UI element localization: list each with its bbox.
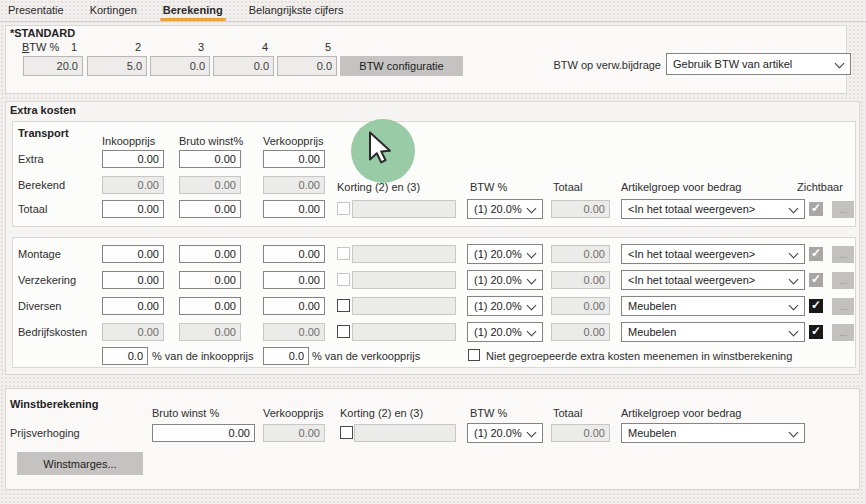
korting-checkbox[interactable] — [337, 299, 350, 312]
row-label: Prijsverhoging — [10, 427, 80, 439]
bruto-winst-input[interactable] — [179, 245, 241, 263]
bruto-winst-header: Bruto winst % — [152, 407, 219, 419]
verkoopprijs-input — [263, 323, 325, 341]
totaal-header: Totaal — [553, 407, 582, 419]
bruto-winst-header: Bruto winst% — [179, 135, 243, 147]
artikelgroep-select[interactable]: Meubelen — [621, 423, 805, 443]
chevron-down-icon — [527, 275, 537, 285]
zichtbaar-checkbox[interactable] — [809, 325, 823, 339]
btw-header: BTW % — [470, 407, 507, 419]
korting-input — [354, 424, 456, 442]
artikelgroep-select[interactable]: <In het totaal weergeven> — [621, 270, 805, 290]
chevron-down-icon — [527, 204, 537, 214]
verkoopprijs-header: Verkoopprijs — [263, 407, 324, 419]
zichtbaar-checkbox — [809, 202, 823, 216]
totaal-input — [551, 200, 610, 218]
btw-configuratie-button[interactable]: BTW configuratie — [340, 56, 463, 76]
totaal-input — [551, 297, 610, 315]
bruto-winst-input[interactable] — [179, 271, 241, 289]
btw-rate-4-input — [213, 56, 274, 76]
btw-select[interactable]: (1) 20.0% — [467, 322, 543, 342]
btw-select[interactable]: (1) 20.0% — [467, 423, 543, 443]
row-label: Diversen — [18, 300, 61, 312]
btw-select[interactable]: (1) 20.0% — [467, 296, 543, 316]
percentage-row: % van de inkoopprijs % van de verkooppri… — [0, 347, 866, 367]
more-button[interactable]: ... — [832, 246, 854, 263]
inkoopprijs-input[interactable] — [102, 245, 164, 263]
btw-rate-2-input — [87, 56, 147, 76]
tab-kortingen[interactable]: Kortingen — [90, 0, 137, 22]
pct-inkoopprijs-input[interactable] — [102, 347, 148, 365]
btw-col-number-1: 1 — [23, 41, 83, 53]
tab-belangrijkste-cijfers[interactable]: Belangrijkste cijfers — [249, 0, 344, 22]
verkoopprijs-header: Verkoopprijs — [263, 135, 324, 147]
niet-gegroepeerd-checkbox[interactable] — [468, 349, 480, 361]
inkoopprijs-input[interactable] — [102, 297, 164, 315]
winstmarges-button[interactable]: Winstmarges... — [17, 452, 143, 475]
totaal-input — [551, 323, 610, 341]
chevron-down-icon — [527, 301, 537, 311]
zichtbaar-header: Zichtbaar — [797, 181, 843, 193]
more-button[interactable]: ... — [832, 298, 854, 315]
cost-row-diversen: Diversen (1) 20.0% Meubelen ... — [0, 297, 866, 317]
chevron-down-icon — [789, 275, 799, 285]
verkoopprijs-input[interactable] — [263, 245, 325, 263]
transport-title: Transport — [18, 127, 69, 139]
pct-verkoopprijs-input[interactable] — [263, 347, 309, 365]
bruto-winst-input — [179, 323, 241, 341]
standard-section-title: *STANDARD — [10, 27, 75, 39]
btw-select[interactable]: (1) 20.0% — [467, 244, 543, 264]
korting-header: Korting (2) en (3) — [340, 407, 423, 419]
inkoopprijs-header: Inkoopprijs — [102, 135, 155, 147]
korting-input — [352, 200, 456, 218]
verkoopprijs-input — [263, 176, 325, 194]
btw-verw-bijdrage-select[interactable]: Gebruik BTW van artikel — [666, 53, 851, 75]
btw-col-number-5: 5 — [277, 41, 337, 53]
artikelgroep-select[interactable]: <In het totaal weergeven> — [621, 244, 805, 264]
artikelgroep-select[interactable]: <In het totaal weergeven> — [621, 199, 805, 219]
btw-verw-bijdrage-label: BTW op verw.bijdrage — [548, 59, 661, 71]
cursor-highlight-circle — [351, 119, 415, 183]
korting-checkbox[interactable] — [337, 325, 350, 338]
inkoopprijs-input — [102, 323, 164, 341]
inkoopprijs-input — [102, 176, 164, 194]
artikelgroep-select[interactable]: Meubelen — [621, 296, 805, 316]
korting-input — [352, 245, 456, 263]
tab-berekening[interactable]: Berekening — [163, 0, 223, 22]
inkoopprijs-input[interactable] — [102, 271, 164, 289]
btw-select[interactable]: (1) 20.0% — [467, 270, 543, 290]
verkoopprijs-input[interactable] — [263, 200, 325, 218]
chevron-down-icon — [789, 428, 799, 438]
inkoopprijs-input[interactable] — [102, 200, 164, 218]
verkoopprijs-input[interactable] — [263, 297, 325, 315]
inkoopprijs-input[interactable] — [102, 150, 164, 168]
verkoopprijs-input — [263, 424, 325, 442]
bruto-winst-input[interactable] — [179, 200, 241, 218]
verkoopprijs-input[interactable] — [263, 271, 325, 289]
artikelgroep-header: Artikelgroep voor bedrag — [621, 407, 741, 419]
bruto-winst-input[interactable] — [179, 150, 241, 168]
chevron-down-icon — [789, 204, 799, 214]
zichtbaar-checkbox[interactable] — [809, 299, 823, 313]
btw-select[interactable]: (1) 20.0% — [467, 199, 543, 219]
more-button[interactable]: ... — [832, 324, 854, 341]
pct-verkoopprijs-label: % van de verkoopprijs — [312, 350, 420, 362]
more-button[interactable]: ... — [832, 201, 854, 218]
niet-gegroepeerd-label: Niet gegroepeerde extra kosten meenemen … — [486, 350, 792, 362]
totaal-input — [551, 245, 610, 263]
korting-checkbox[interactable] — [340, 426, 353, 439]
bruto-winst-input[interactable] — [152, 424, 255, 442]
chevron-down-icon — [527, 428, 537, 438]
verkoopprijs-input[interactable] — [263, 150, 325, 168]
btw-col-number-2: 2 — [87, 41, 147, 53]
artikelgroep-select[interactable]: Meubelen — [621, 322, 805, 342]
korting-checkbox — [337, 202, 350, 215]
tab-presentatie[interactable]: Presentatie — [8, 0, 64, 22]
chevron-down-icon — [527, 327, 537, 337]
more-button[interactable]: ... — [832, 272, 854, 289]
bruto-winst-input — [179, 176, 241, 194]
korting-input — [352, 323, 456, 341]
transport-row-extra: Extra — [0, 150, 866, 170]
bruto-winst-input[interactable] — [179, 297, 241, 315]
extra-kosten-title: Extra kosten — [10, 104, 76, 116]
